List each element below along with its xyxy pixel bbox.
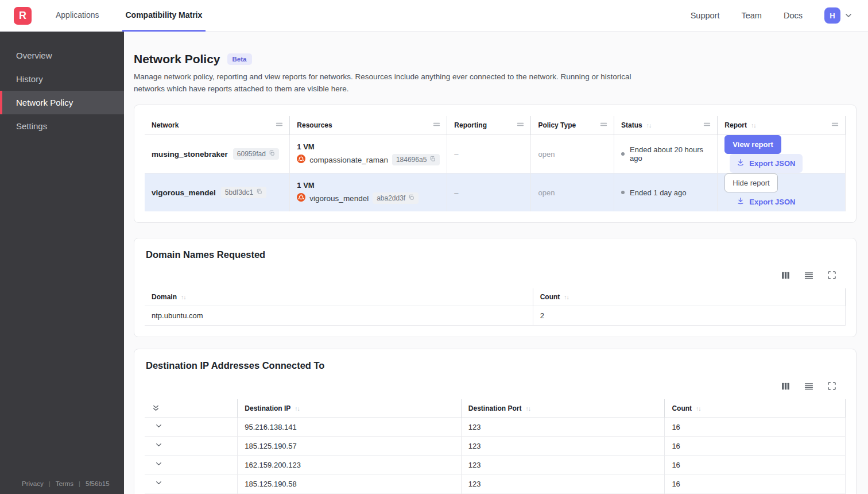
- sort-icon[interactable]: ↑↓: [564, 294, 569, 300]
- sidebar-item[interactable]: Network Policy: [0, 91, 124, 114]
- domain-row[interactable]: ntp.ubuntu.com 2: [145, 306, 846, 325]
- resource-hash-badge[interactable]: aba2dd3f: [373, 192, 418, 204]
- sort-icon[interactable]: ↑↓: [526, 405, 531, 412]
- col-header-destination-port: Destination Port↑↓: [461, 399, 665, 418]
- export-json-button[interactable]: Export JSON: [730, 192, 802, 211]
- resource-hash-badge[interactable]: 184696a5: [392, 154, 440, 165]
- fullscreen-icon[interactable]: [827, 271, 836, 280]
- sidebar: Overview History Network Policy Settings…: [0, 32, 124, 494]
- terms-link[interactable]: Terms: [56, 480, 73, 487]
- report-button[interactable]: View report: [724, 135, 781, 154]
- col-header-domain: Domain↑↓: [145, 288, 533, 306]
- destination-row[interactable]: 95.216.138.141 123 16: [145, 418, 846, 437]
- drag-handle-icon[interactable]: [599, 121, 608, 129]
- domain-cell: ntp.ubuntu.com: [145, 306, 533, 325]
- destination-row[interactable]: 162.159.200.123 123 16: [145, 456, 846, 474]
- network-hash-badge[interactable]: 60959fad: [233, 148, 279, 160]
- sidebar-footer: Privacy | Terms | 5f56b15: [0, 480, 124, 487]
- table-toolbar: [145, 381, 836, 391]
- status-dot-icon: [621, 191, 625, 194]
- nav-link-support[interactable]: Support: [691, 11, 720, 20]
- footer-divider: |: [79, 480, 80, 487]
- copy-icon[interactable]: [429, 156, 436, 164]
- count-cell: 16: [665, 456, 846, 474]
- table-toolbar: [145, 271, 836, 280]
- network-row[interactable]: vigorous_mendel 5bdf3dc1 1 VM: [145, 173, 846, 212]
- nav-link-team[interactable]: Team: [741, 11, 761, 20]
- count-cell: 16: [665, 474, 846, 493]
- destination-row[interactable]: 185.125.190.58 123 16: [145, 474, 846, 493]
- sort-icon[interactable]: ↑↓: [646, 122, 652, 129]
- copy-icon[interactable]: [408, 194, 414, 202]
- avatar[interactable]: H: [824, 7, 840, 24]
- status-cell: Ended 1 day ago: [621, 188, 710, 197]
- footer-divider: |: [49, 480, 51, 487]
- copy-icon[interactable]: [256, 188, 262, 196]
- columns-icon[interactable]: [781, 381, 790, 391]
- resource-summary: 1 VM: [297, 142, 440, 151]
- network-hash-badge[interactable]: 5bdf3dc1: [221, 187, 266, 198]
- drag-handle-icon[interactable]: [275, 121, 284, 129]
- destination-row[interactable]: 185.125.190.57 123 16: [145, 437, 846, 456]
- col-header-policy-type: Policy Type: [531, 116, 614, 135]
- drag-handle-icon[interactable]: [831, 121, 839, 129]
- sort-icon[interactable]: ↑↓: [181, 294, 186, 300]
- privacy-link[interactable]: Privacy: [22, 480, 44, 487]
- page-description: Manage network policy, reporting and vie…: [134, 71, 639, 95]
- networks-card: Network Resources Reporting Policy Type …: [134, 105, 857, 223]
- download-icon: [737, 159, 745, 168]
- expand-all-icon[interactable]: [152, 404, 160, 412]
- sidebar-item-label: Overview: [16, 51, 52, 60]
- count-cell: 16: [665, 418, 846, 437]
- destination-ip-cell: 162.159.200.123: [238, 456, 462, 474]
- tab-applications[interactable]: Applications: [52, 0, 103, 32]
- network-name: musing_stonebraker: [152, 150, 228, 159]
- page-title: Network Policy: [134, 52, 220, 66]
- top-navbar: R Applications Compatibility Matrix Supp…: [0, 0, 868, 32]
- drag-handle-icon[interactable]: [432, 121, 441, 129]
- main-content: Network Policy Beta Manage network polic…: [124, 32, 868, 494]
- rows-icon[interactable]: [804, 381, 814, 391]
- expand-row-icon[interactable]: [154, 478, 163, 487]
- network-name: vigorous_mendel: [152, 188, 216, 197]
- sort-icon[interactable]: ↑↓: [751, 122, 756, 129]
- copy-icon[interactable]: [269, 150, 275, 158]
- build-hash: 5f56b15: [86, 480, 110, 487]
- expand-row-icon[interactable]: [154, 422, 163, 430]
- sort-icon[interactable]: ↑↓: [696, 405, 701, 412]
- col-header-destination-ip: Destination IP↑↓: [238, 399, 462, 418]
- status-dot-icon: [621, 152, 625, 156]
- destinations-card-title: Destination IP Addresses Connected To: [145, 360, 846, 371]
- nav-link-docs[interactable]: Docs: [784, 11, 803, 20]
- destinations-card: Destination IP Addresses Connected To De…: [134, 349, 857, 494]
- export-json-button[interactable]: Export JSON: [730, 154, 802, 173]
- resource-name: vigorous_mendel: [309, 194, 369, 203]
- nav-right: Support Team Docs H: [691, 7, 868, 24]
- sort-icon[interactable]: ↑↓: [294, 405, 300, 412]
- col-header-reporting: Reporting: [447, 116, 531, 135]
- network-row[interactable]: musing_stonebraker 60959fad 1 VM: [145, 135, 846, 173]
- columns-icon[interactable]: [781, 271, 790, 280]
- domains-table: Domain↑↓ Count↑↓ ntp.ubuntu.com 2: [145, 288, 846, 326]
- domains-card-title: Domain Names Requested: [145, 249, 846, 260]
- reporting-cell: –: [447, 135, 531, 173]
- drag-handle-icon[interactable]: [516, 121, 525, 129]
- status-cell: Ended about 20 hours ago: [621, 145, 710, 163]
- report-button[interactable]: Hide report: [724, 173, 777, 192]
- sidebar-item[interactable]: History: [0, 67, 124, 91]
- sidebar-item[interactable]: Settings: [0, 114, 124, 138]
- fullscreen-icon[interactable]: [827, 381, 836, 391]
- expand-row-icon[interactable]: [154, 460, 163, 468]
- user-menu[interactable]: H: [824, 7, 853, 24]
- destination-ip-cell: 185.125.190.57: [238, 437, 462, 456]
- expand-row-icon[interactable]: [154, 441, 163, 449]
- sidebar-nav: Overview History Network Policy Settings: [0, 32, 124, 138]
- tab-compatibility-matrix[interactable]: Compatibility Matrix: [122, 0, 206, 32]
- app-logo[interactable]: R: [14, 7, 32, 25]
- sidebar-item[interactable]: Overview: [0, 44, 124, 67]
- col-header-status: Status↑↓: [614, 116, 718, 135]
- policy-type-cell: open: [531, 173, 614, 212]
- drag-handle-icon[interactable]: [703, 121, 711, 129]
- rows-icon[interactable]: [804, 271, 814, 280]
- col-header-count: Count↑↓: [533, 288, 845, 306]
